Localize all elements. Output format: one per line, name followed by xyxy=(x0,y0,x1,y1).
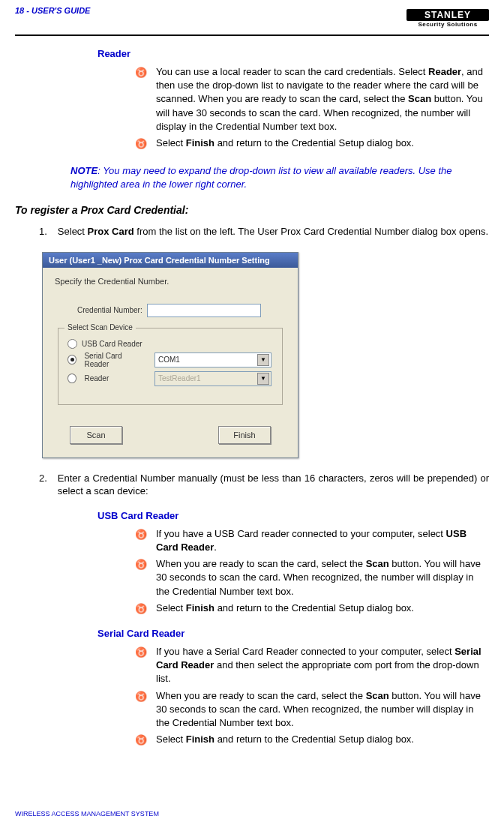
bullet-text: Select Finish and return to the Credenti… xyxy=(156,602,489,616)
radio-icon xyxy=(68,355,76,364)
logo-top: STANLEY xyxy=(406,9,489,21)
footer-text: WIRELESS ACCESS MANAGEMENT SYSTEM xyxy=(15,810,159,818)
usb-bullet-2: ♉ When you are ready to scan the card, s… xyxy=(135,557,489,598)
credential-dialog: User (User1 _New) Prox Card Credential N… xyxy=(42,252,298,458)
radio-label: USB Card Reader xyxy=(82,340,142,348)
radio-icon xyxy=(68,374,76,383)
note-block: NOTE: You may need to expand the drop-do… xyxy=(70,164,489,190)
register-prox-heading: To register a Prox Card Credential: xyxy=(15,204,489,216)
serial-port-select[interactable]: COM1 ▼ xyxy=(154,352,272,368)
bullet-icon: ♉ xyxy=(135,66,147,134)
usb-bullet-1: ♉ If you have a USB Card reader connecte… xyxy=(135,527,489,554)
chevron-down-icon: ▼ xyxy=(257,373,269,385)
scan-device-fieldset: Select Scan Device USB Card Reader Seria… xyxy=(58,328,283,405)
bullet-text: Select Finish and return to the Credenti… xyxy=(156,733,489,747)
dialog-buttons: Scan Finish xyxy=(55,426,286,444)
radio-label: Serial Card Reader xyxy=(84,352,147,368)
reader-bullet-1: ♉ You can use a local reader to scan the… xyxy=(135,65,489,134)
radio-serial[interactable]: Serial Card Reader COM1 ▼ xyxy=(68,352,272,368)
usb-heading: USB Card Reader xyxy=(98,510,489,521)
bullet-text: Select Finish and return to the Credenti… xyxy=(156,136,489,151)
radio-reader[interactable]: Reader TestReader1 ▼ xyxy=(68,371,272,386)
stanley-logo: STANLEY Security Solutions xyxy=(406,6,489,30)
reader-heading: Reader xyxy=(98,48,489,59)
step-number: 2. xyxy=(39,472,47,498)
logo-bottom: Security Solutions xyxy=(418,21,477,28)
bullet-text: If you have a USB Card reader connected … xyxy=(156,527,489,554)
credential-number-input[interactable] xyxy=(147,304,261,317)
step-text: Enter a Credential Number manually (must… xyxy=(58,472,489,498)
page-header: 18 - USER'S GUIDE STANLEY Security Solut… xyxy=(15,6,489,36)
select-value: TestReader1 xyxy=(158,374,201,382)
bullet-icon: ♉ xyxy=(135,558,147,598)
dialog-body: Specify the Credential Number. Credentia… xyxy=(43,268,298,458)
bullet-icon: ♉ xyxy=(135,734,147,747)
radio-usb[interactable]: USB Card Reader xyxy=(68,339,272,349)
select-value: COM1 xyxy=(158,356,180,364)
reader-bullets: ♉ You can use a local reader to scan the… xyxy=(135,65,489,151)
fieldset-legend: Select Scan Device xyxy=(64,323,136,332)
chevron-down-icon: ▼ xyxy=(257,354,269,366)
scan-button[interactable]: Scan xyxy=(70,426,122,444)
bullet-icon: ♉ xyxy=(135,137,147,151)
bullet-icon: ♉ xyxy=(135,646,147,686)
credential-number-row: Credential Number: xyxy=(77,304,286,317)
reader-bullet-2: ♉ Select Finish and return to the Creden… xyxy=(135,136,489,151)
usb-bullets: ♉ If you have a USB Card reader connecte… xyxy=(135,527,489,616)
step-1: 1. Select Prox Card from the list on the… xyxy=(39,225,489,238)
bullet-icon: ♉ xyxy=(135,690,147,730)
step-text: Select Prox Card from the list on the le… xyxy=(58,225,488,238)
serial-bullet-1: ♉ If you have a Serial Card Reader conne… xyxy=(135,645,489,686)
step-number: 1. xyxy=(39,225,47,238)
serial-bullets: ♉ If you have a Serial Card Reader conne… xyxy=(135,645,489,747)
dialog-title: User (User1 _New) Prox Card Credential N… xyxy=(43,253,298,268)
reader-select[interactable]: TestReader1 ▼ xyxy=(154,371,272,386)
bullet-text: You can use a local reader to scan the c… xyxy=(156,65,489,134)
step-2: 2. Enter a Credential Number manually (m… xyxy=(39,472,489,498)
radio-icon xyxy=(68,339,77,349)
dialog-instruction: Specify the Credential Number. xyxy=(55,277,286,286)
note-label: NOTE xyxy=(70,165,98,176)
credential-number-label: Credential Number: xyxy=(77,306,142,314)
serial-bullet-3: ♉ Select Finish and return to the Creden… xyxy=(135,733,489,747)
radio-label: Reader xyxy=(84,374,147,382)
serial-heading: Serial Card Reader xyxy=(98,628,489,639)
bullet-icon: ♉ xyxy=(135,602,147,616)
usb-bullet-3: ♉ Select Finish and return to the Creden… xyxy=(135,602,489,616)
bullet-text: When you are ready to scan the card, sel… xyxy=(156,689,489,730)
bullet-text: If you have a Serial Card Reader connect… xyxy=(156,645,489,686)
finish-button[interactable]: Finish xyxy=(218,426,271,444)
bullet-text: When you are ready to scan the card, sel… xyxy=(156,557,489,598)
page-number: 18 - USER'S GUIDE xyxy=(15,6,90,15)
serial-bullet-2: ♉ When you are ready to scan the card, s… xyxy=(135,689,489,730)
bullet-icon: ♉ xyxy=(135,528,147,554)
